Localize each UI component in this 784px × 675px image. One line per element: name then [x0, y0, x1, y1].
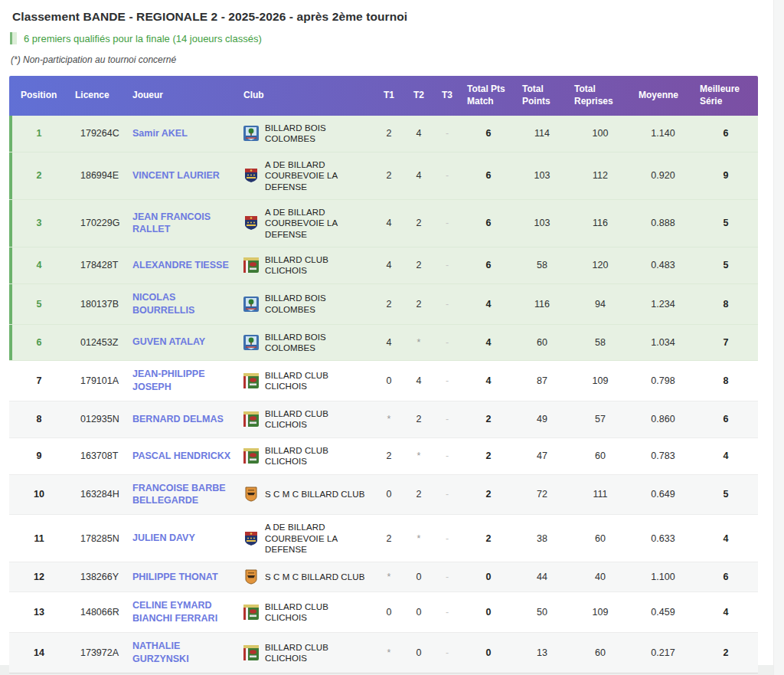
- total-points-cell: 50: [516, 592, 568, 633]
- table-row: 8 012935N BERNARD DELMAS BILLARD CLUB CL…: [9, 401, 758, 438]
- position-cell: 12: [9, 562, 69, 592]
- club-cell: A DE BILLARD COURBEVOIE LA DEFENSE: [237, 152, 374, 199]
- player-cell: NICOLAS BOURRELLIS: [126, 283, 237, 324]
- t1-cell: *: [374, 562, 404, 592]
- table-row: 2 186994E VINCENT LAURIER A DE BILLARD C…: [9, 152, 758, 199]
- table-row: 11 178285N JULIEN DAVY A DE BILLARD COUR…: [9, 515, 758, 562]
- total-points-cell: 44: [516, 562, 568, 592]
- player-link[interactable]: FRANCOISE BARBE BELLEGARDE: [132, 482, 232, 508]
- total-points-cell: 114: [516, 116, 568, 152]
- non-participation-note: (*) Non-participation au tournoi concern…: [11, 54, 784, 65]
- licence-cell: 012453Z: [69, 324, 126, 361]
- club-name: BILLARD CLUB CLICHOIS: [265, 445, 369, 467]
- table-row: 4 178428T ALEXANDRE TIESSE BILLARD CLUB …: [9, 247, 758, 284]
- club-cell: BILLARD BOIS COLOMBES: [237, 116, 374, 152]
- t1-cell: *: [374, 633, 404, 673]
- moyenne-cell: 0.649: [632, 474, 694, 515]
- meilleure-serie-cell: 8: [694, 361, 758, 401]
- club-logo-icon: [243, 373, 259, 388]
- club-name: BILLARD CLUB CLICHOIS: [265, 601, 369, 624]
- position-cell: 6: [9, 324, 69, 361]
- t3-cell: -: [433, 324, 461, 361]
- content-card: Classement BANDE - REGIONALE 2 - 2025-20…: [0, 0, 784, 665]
- meilleure-serie-cell: 6: [694, 116, 758, 152]
- player-cell: FRANCOISE BARBE BELLEGARDE: [126, 474, 237, 515]
- player-link[interactable]: BERNARD DELMAS: [132, 413, 224, 426]
- player-link[interactable]: JEAN FRANCOIS RALLET: [132, 211, 232, 237]
- meilleure-serie-cell: 2: [694, 633, 758, 673]
- total-reprises-cell: 120: [568, 247, 632, 284]
- player-link[interactable]: JULIEN DAVY: [132, 532, 195, 545]
- total-reprises-cell: 60: [568, 515, 632, 562]
- player-link[interactable]: VINCENT LAURIER: [132, 169, 220, 182]
- player-link[interactable]: PHILIPPE THONAT: [132, 571, 218, 584]
- total-pts-match-cell: 4: [461, 361, 516, 401]
- licence-cell: 179101A: [69, 361, 126, 401]
- club-logo-icon: [243, 531, 259, 546]
- club-logo-icon: [243, 487, 259, 502]
- total-reprises-cell: 112: [568, 152, 632, 199]
- club-logo-icon: [243, 297, 259, 312]
- t1-cell: *: [374, 401, 404, 438]
- player-link[interactable]: NICOLAS BOURRELLIS: [132, 291, 232, 317]
- total-points-cell: 49: [516, 401, 568, 438]
- player-link[interactable]: GUVEN ATALAY: [132, 336, 205, 349]
- licence-cell: 163284H: [69, 474, 126, 515]
- player-link[interactable]: NATHALIE GURZYNSKI: [132, 640, 232, 666]
- licence-cell: 148066R: [69, 592, 126, 633]
- club-logo-icon: [243, 126, 259, 141]
- player-link[interactable]: JEAN-PHILIPPE JOSEPH: [132, 368, 232, 394]
- club-name: BILLARD CLUB CLICHOIS: [265, 642, 369, 664]
- moyenne-cell: 0.483: [632, 247, 694, 284]
- table-row: 6 012453Z GUVEN ATALAY BILLARD BOIS COLO…: [9, 324, 758, 361]
- t3-cell: -: [433, 116, 461, 152]
- total-reprises-cell: 40: [568, 562, 632, 592]
- club-logo-icon: [243, 168, 259, 183]
- page-title: Classement BANDE - REGIONALE 2 - 2025-20…: [12, 10, 784, 24]
- total-reprises-cell: 100: [568, 116, 632, 152]
- total-points-cell: 60: [516, 324, 568, 361]
- meilleure-serie-cell: 4: [694, 437, 758, 474]
- meilleure-serie-cell: 6: [694, 401, 758, 438]
- club-name: BILLARD BOIS COLOMBES: [265, 293, 369, 315]
- player-link[interactable]: CELINE EYMARD BIANCHI FERRARI: [132, 599, 232, 625]
- moyenne-cell: 1.034: [632, 324, 694, 361]
- column-header-position: Position: [9, 76, 69, 116]
- table-row: 10 163284H FRANCOISE BARBE BELLEGARDE S …: [9, 474, 758, 515]
- club-cell: BILLARD CLUB CLICHOIS: [237, 633, 374, 673]
- player-link[interactable]: PASCAL HENDRICKX: [132, 450, 230, 463]
- total-points-cell: 58: [516, 247, 568, 284]
- club-logo-icon: [243, 645, 259, 660]
- club-cell: BILLARD CLUB CLICHOIS: [237, 592, 374, 633]
- column-header-joueur: Joueur: [126, 76, 237, 116]
- position-cell: 5: [9, 283, 69, 324]
- club-logo-scmc-icon: [243, 569, 259, 585]
- club-logo-clichois-icon: [243, 645, 259, 660]
- total-pts-match-cell: 6: [461, 199, 516, 247]
- club-logo-icon: [243, 411, 259, 427]
- total-reprises-cell: 57: [568, 401, 632, 438]
- moyenne-cell: 0.783: [632, 437, 694, 474]
- total-points-cell: 72: [516, 474, 568, 515]
- t3-cell: -: [433, 247, 461, 284]
- t2-cell: 4: [404, 152, 433, 199]
- player-link[interactable]: ALEXANDRE TIESSE: [132, 259, 229, 272]
- player-cell: BERNARD DELMAS: [126, 401, 237, 438]
- club-name: BILLARD CLUB CLICHOIS: [265, 254, 369, 277]
- t1-cell: 2: [374, 116, 404, 152]
- total-pts-match-cell: 6: [461, 116, 516, 152]
- club-logo-clichois-icon: [243, 605, 259, 620]
- t1-cell: 2: [374, 437, 404, 474]
- player-link[interactable]: Samir AKEL: [132, 127, 188, 140]
- total-reprises-cell: 109: [568, 592, 632, 633]
- club-cell: BILLARD CLUB CLICHOIS: [237, 437, 374, 474]
- total-reprises-cell: 116: [568, 199, 632, 247]
- moyenne-cell: 0.633: [632, 515, 694, 562]
- page-scrollbar[interactable]: [773, 0, 784, 675]
- meilleure-serie-cell: 4: [694, 515, 758, 562]
- meilleure-serie-cell: 5: [694, 199, 758, 247]
- t2-cell: 4: [404, 361, 433, 401]
- t2-cell: 0: [404, 633, 433, 673]
- club-name: A DE BILLARD COURBEVOIE LA DEFENSE: [265, 522, 369, 555]
- table-row: 14 173972A NATHALIE GURZYNSKI BILLARD CL…: [9, 633, 758, 673]
